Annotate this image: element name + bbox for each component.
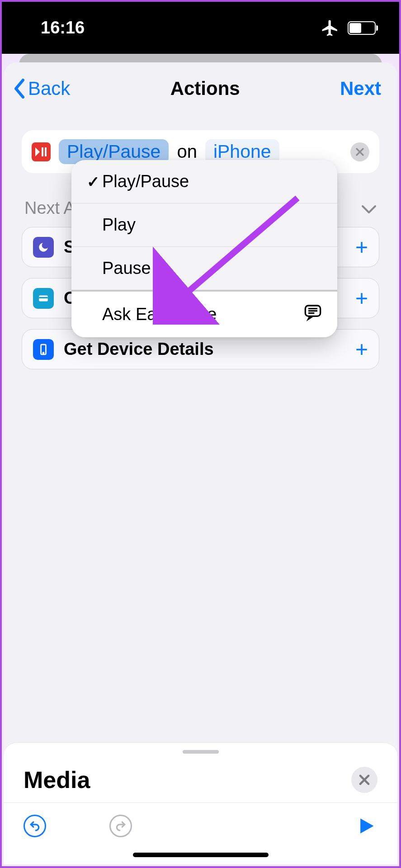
prompt-icon (304, 303, 322, 326)
redo-icon (115, 820, 127, 832)
airplane-mode-icon (321, 19, 340, 38)
drag-handle[interactable] (183, 750, 219, 754)
x-icon (355, 147, 364, 156)
mode-dropdown: ✓ Play/Pause Play Pause Ask Each Time (71, 160, 337, 337)
actions-sheet: Back Actions Next Play/Pause on iPhone (4, 62, 397, 864)
content: Play/Pause on iPhone ✓ Play/Pause Play P… (4, 112, 397, 742)
dropdown-option-play[interactable]: Play (71, 203, 337, 247)
dropdown-option-label: Play (102, 215, 136, 235)
svg-rect-5 (39, 297, 48, 298)
panel-title: Media (24, 766, 90, 793)
status-bar: 16:16 (2, 2, 399, 54)
back-button[interactable]: Back (13, 78, 70, 99)
dropdown-option-pause[interactable]: Pause (71, 247, 337, 292)
redo-button[interactable] (109, 815, 132, 837)
svg-rect-0 (42, 147, 43, 156)
play-icon (356, 816, 376, 836)
dropdown-option-label: Play/Pause (102, 172, 189, 191)
moon-icon (33, 237, 54, 258)
dropdown-option-label: Ask Each Time (84, 305, 217, 324)
x-icon (359, 774, 370, 786)
checkmark-icon: ✓ (84, 173, 102, 191)
status-time: 16:16 (41, 18, 85, 38)
card-icon (33, 288, 54, 309)
run-button[interactable] (355, 815, 377, 837)
undo-icon (29, 820, 41, 832)
battery-icon (348, 21, 376, 35)
suggestion-label: Get Device Details (64, 340, 214, 359)
dropdown-ask-each-time[interactable]: Ask Each Time (71, 292, 337, 337)
joiner-text: on (177, 142, 197, 162)
clear-action-button[interactable] (350, 142, 369, 161)
chevron-left-icon (13, 79, 26, 99)
undo-button[interactable] (24, 815, 46, 837)
play-pause-app-icon (32, 142, 51, 161)
page-title: Actions (170, 78, 240, 99)
add-suggestion-button[interactable]: + (355, 235, 368, 259)
svg-point-7 (43, 352, 44, 353)
add-suggestion-button[interactable]: + (355, 286, 368, 311)
next-button[interactable]: Next (340, 78, 381, 99)
dropdown-option-play-pause[interactable]: ✓ Play/Pause (71, 160, 337, 203)
add-suggestion-button[interactable]: + (355, 337, 368, 362)
phone-icon (33, 339, 54, 360)
nav-bar: Back Actions Next (4, 62, 397, 112)
bottom-panel: Media (4, 742, 397, 864)
home-indicator[interactable] (133, 853, 269, 857)
chevron-down-icon[interactable] (361, 198, 377, 218)
back-label: Back (28, 78, 70, 99)
svg-rect-1 (45, 147, 47, 156)
dropdown-option-label: Pause (102, 259, 151, 278)
status-icons (321, 19, 376, 38)
panel-close-button[interactable] (351, 767, 377, 793)
